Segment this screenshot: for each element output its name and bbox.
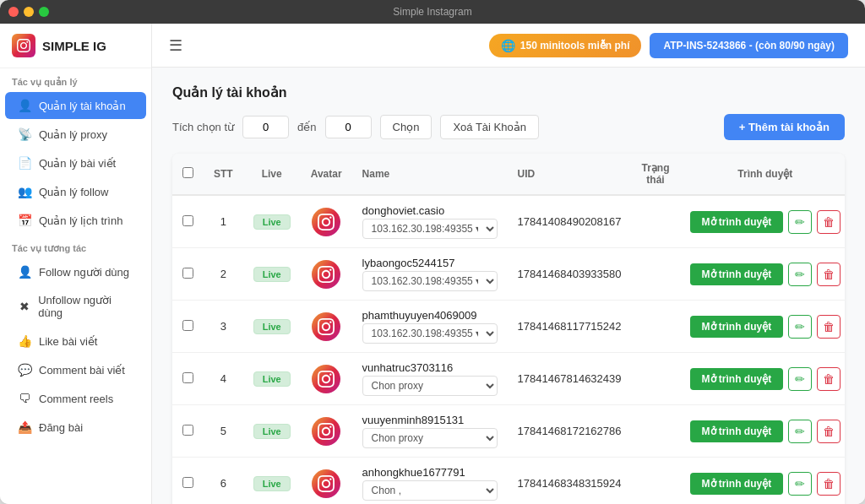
sidebar-item-unfollow-nguoi-dung[interactable]: ✖ Unfollow người dùng: [5, 287, 146, 326]
edit-account-button[interactable]: ✏: [788, 263, 812, 286]
page-content: Quản lý tài khoản Tích chọn từ đến Chọn …: [152, 68, 865, 504]
open-browser-button[interactable]: Mở trình duyệt: [690, 420, 784, 442]
follow-icon: 👥: [17, 185, 32, 198]
edit-account-button[interactable]: ✏: [788, 315, 812, 339]
select-all-checkbox[interactable]: [182, 167, 193, 178]
open-browser-button[interactable]: Mở trình duyệt: [690, 368, 784, 390]
open-browser-button[interactable]: Mở trình duyệt: [690, 473, 784, 495]
close-dot[interactable]: [8, 7, 19, 17]
delete-account-button[interactable]: 🗑: [817, 420, 841, 443]
table-row: 6 Live anhongkhue1677791 Chon , 17841468…: [172, 458, 845, 505]
edit-account-button[interactable]: ✏: [788, 367, 812, 391]
delete-account-button[interactable]: 🗑: [817, 210, 841, 234]
sidebar-item-quan-ly-lich-trinh[interactable]: 📅 Quản lý lịch trình: [5, 207, 146, 234]
follow-user-icon: 👤: [17, 265, 32, 279]
minitools-label: 150 minitools miễn phí: [520, 40, 630, 51]
proxy-select[interactable]: Chon proxy: [362, 428, 498, 448]
row-avatar: [301, 248, 352, 301]
reels-icon: 🗨: [17, 392, 32, 405]
live-badge: Live: [253, 267, 291, 282]
minimize-dot[interactable]: [24, 7, 34, 17]
row-checkbox[interactable]: [182, 425, 193, 436]
proxy-select[interactable]: Chon proxy: [362, 376, 498, 396]
titlebar: Simple Instagram: [0, 0, 865, 24]
avatar: [312, 365, 340, 393]
open-browser-button[interactable]: Mở trình duyệt: [690, 211, 784, 233]
sidebar-item-like-bai-viet[interactable]: 👍 Like bài viết: [5, 328, 146, 355]
account-name: anhongkhue1677791: [362, 466, 498, 479]
row-avatar: [301, 405, 352, 458]
proxy-select[interactable]: 103.162.30.198:49355 ▾: [362, 323, 498, 344]
page-title: Quản lý tài khoản: [172, 84, 845, 100]
logo-icon: [12, 34, 35, 57]
tich-chon-from-input[interactable]: [242, 116, 289, 138]
th-avatar: Avatar: [301, 154, 352, 195]
sidebar-item-quan-ly-follow[interactable]: 👥 Quản lý follow: [5, 178, 146, 205]
sidebar-item-dang-bai[interactable]: 📤 Đăng bài: [5, 414, 146, 441]
row-checkbox[interactable]: [182, 477, 193, 488]
row-live: Live: [243, 353, 301, 405]
table-row: 2 Live lybaongoc5244157 103.162.30.198:4…: [172, 248, 845, 301]
section-interact-title: Tác vụ tương tác: [0, 235, 151, 257]
them-tai-khoan-button[interactable]: + Thêm tài khoản: [724, 114, 845, 140]
sidebar-item-comment-reels[interactable]: 🗨 Comment reels: [5, 385, 146, 412]
name-proxy-cell: vunhatruc3703116 Chon proxy: [362, 361, 498, 396]
browser-action-group: Mở trình duyệt ✏ 🗑: [690, 210, 841, 234]
browser-action-group: Mở trình duyệt ✏ 🗑: [690, 472, 841, 496]
row-checkbox[interactable]: [182, 268, 193, 279]
open-browser-button[interactable]: Mở trình duyệt: [690, 263, 784, 285]
account-name: lybaongoc5244157: [362, 257, 498, 269]
edit-account-button[interactable]: ✏: [788, 210, 812, 234]
xoa-tai-khoan-button[interactable]: Xoá Tài Khoản: [440, 115, 539, 139]
globe-icon: 🌐: [501, 39, 515, 52]
sidebar-item-follow-nguoi-dung[interactable]: 👤 Follow người dùng: [5, 258, 146, 285]
edit-account-button[interactable]: ✏: [788, 420, 812, 443]
proxy-select[interactable]: 103.162.30.198:49355 ▾: [362, 271, 498, 291]
sidebar-label: Quản lý proxy: [39, 128, 107, 141]
delete-account-button[interactable]: 🗑: [817, 315, 841, 339]
row-status: [632, 458, 680, 505]
th-name: Name: [352, 154, 508, 195]
logo-text: SIMPLE IG: [42, 39, 106, 53]
minitools-badge[interactable]: 🌐 150 minitools miễn phí: [489, 34, 642, 57]
proxy-select[interactable]: Chon ,: [362, 480, 498, 501]
delete-account-button[interactable]: 🗑: [817, 472, 841, 496]
name-proxy-cell: lybaongoc5244157 103.162.30.198:49355 ▾: [362, 257, 498, 291]
proxy-select[interactable]: 103.162.30.198:49355 ▾: [362, 219, 498, 239]
sidebar-item-quan-ly-bai-viet[interactable]: 📄 Quản lý bài viết: [5, 149, 146, 176]
row-browser-actions: Mở trình duyệt ✏ 🗑: [680, 248, 845, 301]
sidebar-label: Follow người dùng: [39, 266, 129, 279]
row-checkbox[interactable]: [182, 215, 193, 226]
row-checkbox[interactable]: [182, 320, 193, 331]
sidebar-label: Quản lý follow: [39, 186, 108, 198]
row-browser-actions: Mở trình duyệt ✏ 🗑: [680, 458, 845, 505]
row-checkbox-cell: [172, 301, 204, 353]
hamburger-button[interactable]: ☰: [169, 36, 182, 55]
delete-account-button[interactable]: 🗑: [817, 367, 841, 391]
edit-account-button[interactable]: ✏: [788, 472, 812, 496]
sidebar-item-quan-ly-proxy[interactable]: 📡 Quản lý proxy: [5, 121, 146, 148]
live-badge: Live: [253, 371, 291, 387]
open-browser-button[interactable]: Mở trình duyệt: [690, 316, 784, 338]
sidebar-item-quan-ly-tai-khoan[interactable]: 👤 Quản lý tài khoản: [5, 92, 146, 119]
row-avatar: [301, 353, 352, 405]
chon-button[interactable]: Chọn: [380, 115, 432, 139]
row-checkbox-cell: [172, 248, 204, 301]
account-badge[interactable]: ATP-INS-5243866 - (còn 80/90 ngày): [650, 33, 848, 58]
row-uid: 17841467814632439: [508, 353, 632, 405]
den-value-input[interactable]: [325, 116, 372, 138]
maximize-dot[interactable]: [39, 7, 49, 17]
row-uid: 17841468117715242: [508, 301, 632, 353]
sidebar-item-comment-bai-viet[interactable]: 💬 Comment bài viết: [5, 356, 146, 383]
row-stt: 2: [204, 248, 243, 301]
sidebar-label: Quản lý lịch trình: [39, 214, 122, 227]
delete-account-button[interactable]: 🗑: [817, 263, 841, 286]
accounts-table: STT Live Avatar Name UID Trạng thái Trìn…: [172, 154, 845, 504]
row-checkbox[interactable]: [182, 372, 193, 383]
row-live: Live: [243, 248, 301, 301]
publish-icon: 📤: [17, 420, 32, 434]
row-name-cell: lybaongoc5244157 103.162.30.198:49355 ▾: [352, 248, 508, 301]
row-stt: 3: [204, 301, 243, 353]
table-row: 5 Live vuuyenminh8915131 Chon proxy 1784…: [172, 405, 845, 458]
th-trang-thai: Trạng thái: [632, 154, 680, 195]
